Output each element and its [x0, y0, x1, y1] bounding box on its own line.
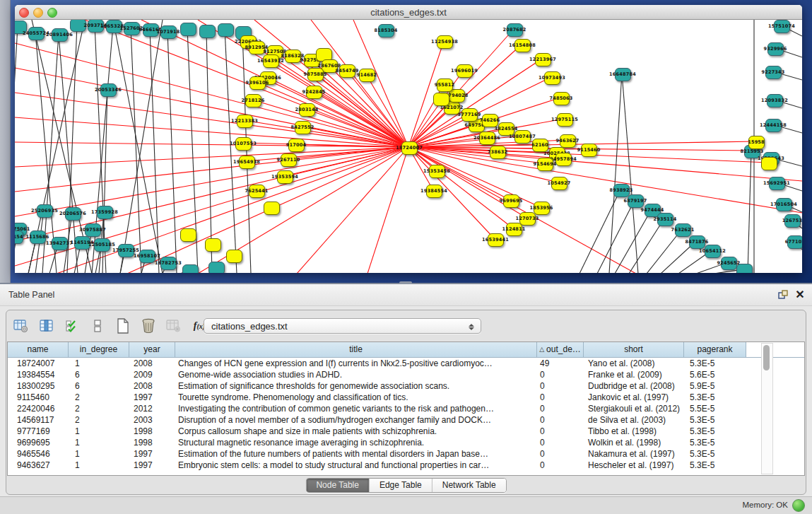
graph-node[interactable]: 2935114	[657, 213, 673, 226]
graph-node[interactable]	[199, 25, 216, 38]
column-header-name[interactable]: name	[8, 342, 69, 357]
graph-node[interactable]: 1124811	[506, 223, 522, 236]
graph-node[interactable]: 94957894	[555, 153, 572, 166]
graph-node[interactable]: 19696019	[457, 64, 473, 78]
graph-node[interactable]: 9396106	[249, 76, 266, 90]
graph-node[interactable]: 1270733	[519, 212, 536, 226]
tab-edge-table[interactable]: Edge Table	[370, 479, 433, 492]
graph-node[interactable]: 677102	[787, 235, 803, 249]
graph-node[interactable]: 9227343	[765, 66, 782, 79]
column-header-short[interactable]: short	[584, 342, 684, 357]
graph-node[interactable]: 9242845	[306, 86, 322, 99]
float-panel-icon[interactable]	[777, 288, 789, 301]
show-column-icon[interactable]	[39, 318, 54, 334]
graph-node[interactable]: 738632	[490, 146, 506, 159]
graph-node[interactable]	[736, 264, 753, 274]
graph-node[interactable]	[205, 238, 221, 252]
graph-node[interactable]: 20053346	[100, 83, 117, 97]
graph-node[interactable]	[180, 228, 196, 242]
column-header-pagerank[interactable]: pagerank	[684, 342, 746, 357]
memory-status-icon[interactable]	[792, 499, 805, 512]
graph-node[interactable]: 10654112	[705, 245, 721, 258]
tab-node-table[interactable]: Node Table	[306, 479, 370, 492]
graph-node[interactable]: 20891406	[52, 28, 68, 42]
graph-node[interactable]: 8427552	[295, 121, 311, 134]
graph-node[interactable]: 16539441	[488, 233, 504, 247]
column-header-year[interactable]: year	[129, 342, 175, 357]
graph-node[interactable]: 20206576	[65, 207, 81, 221]
graph-node[interactable]	[433, 93, 449, 106]
graph-node[interactable]: 12093832	[767, 94, 783, 107]
graph-node[interactable]: 7632621	[675, 223, 691, 237]
graph-node[interactable]: 126753	[784, 214, 801, 228]
graph-node[interactable]: 15958	[748, 136, 765, 149]
graph-node[interactable]: 11254938	[437, 35, 453, 49]
graph-node[interactable]: 8912954	[249, 41, 265, 54]
graph-node[interactable]: 24055724	[28, 27, 45, 40]
graph-node[interactable]: 9463627	[560, 134, 576, 148]
graph-node[interactable]: 746266	[482, 114, 498, 127]
graph-node[interactable]: 10807487	[514, 130, 531, 144]
graph-node[interactable]: 15751074	[774, 20, 790, 33]
graph-node[interactable]: 9245652	[721, 257, 737, 270]
graph-node[interactable]: 8185304	[378, 24, 394, 37]
row-height-icon[interactable]	[90, 318, 105, 334]
graph-node[interactable]: 9699695	[503, 194, 519, 208]
table-row[interactable]: 2242004622012Investigating the contribut…	[8, 403, 804, 414]
close-panel-icon[interactable]: ✕	[794, 288, 806, 301]
graph-node[interactable]	[761, 157, 777, 170]
graph-node[interactable]: 6879197	[628, 194, 644, 208]
graph-node[interactable]: 16543932	[263, 54, 279, 68]
graph-node[interactable]: 2087682	[507, 23, 523, 37]
table-row[interactable]: 1938455462009Genome-wide association stu…	[8, 369, 804, 380]
graph-node[interactable]: 914682	[359, 69, 375, 82]
graph-node[interactable]: 17016504	[776, 198, 792, 211]
tab-network-table[interactable]: Network Table	[433, 479, 506, 492]
table-row[interactable]: 1830029562008Estimation of significance …	[8, 380, 804, 392]
graph-node[interactable]: 18724007	[401, 141, 418, 155]
graph-node[interactable]: 13942737	[52, 237, 68, 250]
graph-node[interactable]: 9875885	[307, 68, 324, 81]
graph-node[interactable]: 15692951	[769, 177, 785, 190]
graph-node[interactable]: 1853956	[534, 201, 550, 215]
graph-node[interactable]: 8938923	[613, 184, 630, 197]
graph-node[interactable]: 7485063	[553, 92, 570, 105]
table-vertical-scrollbar[interactable]	[761, 343, 773, 474]
table-row[interactable]: 1872400712008Changes of HCN gene express…	[8, 358, 804, 369]
graph-node[interactable]: 1054927	[551, 177, 567, 190]
graph-node[interactable]: 2718126	[245, 94, 261, 107]
graph-node[interactable]: 12975115	[557, 113, 573, 127]
graph-node[interactable]: 17957255	[118, 244, 134, 257]
graph-node[interactable]	[218, 23, 234, 37]
graph-node[interactable]: 9115460	[581, 144, 597, 157]
graph-node[interactable]	[208, 262, 225, 274]
table-body[interactable]: 1872400712008Changes of HCN gene express…	[8, 358, 804, 471]
graph-node[interactable]: 9329966	[767, 42, 784, 56]
graph-node[interactable]: 1071918	[160, 25, 177, 39]
graph-node[interactable]: 9777169	[461, 108, 478, 122]
graph-node[interactable]: 12213967	[535, 53, 551, 66]
graph-node[interactable]	[226, 250, 242, 263]
graph-node[interactable]: 25206935	[37, 204, 53, 218]
graph-node[interactable]: 12444158	[765, 119, 782, 132]
column-header-out_de[interactable]: △out_de…	[537, 342, 584, 357]
scrollbar-thumb[interactable]	[763, 345, 770, 370]
graph-node[interactable]: 2803144	[299, 103, 315, 117]
table-row[interactable]: 969969511998Structural magnetic resonanc…	[8, 437, 804, 448]
graph-node[interactable]	[264, 201, 280, 215]
graph-node[interactable]: 10107553	[235, 137, 252, 151]
graph-node[interactable]: 20364486	[479, 132, 495, 145]
table-row[interactable]: 911546021997Tourette syndrome. Phenomeno…	[8, 392, 804, 403]
graph-node[interactable]: 1145194	[74, 236, 90, 250]
delete-table-icon[interactable]	[141, 318, 156, 334]
graph-node[interactable]: 1527602	[124, 22, 140, 35]
select-columns-icon[interactable]	[64, 318, 80, 334]
network-graph-canvas[interactable]: 2405572420891406209371410653287152760264…	[15, 20, 802, 273]
graph-node[interactable]: 16958107	[139, 250, 155, 263]
create-table-icon[interactable]	[115, 318, 131, 334]
graph-node[interactable]: 19654938	[239, 156, 255, 169]
graph-node[interactable]: 7625441	[249, 185, 265, 198]
graph-node[interactable]: 15353458	[429, 165, 445, 178]
network-window-titlebar[interactable]: citations_edges.txt	[15, 5, 802, 20]
graph-node[interactable]: 39154	[15, 230, 23, 244]
